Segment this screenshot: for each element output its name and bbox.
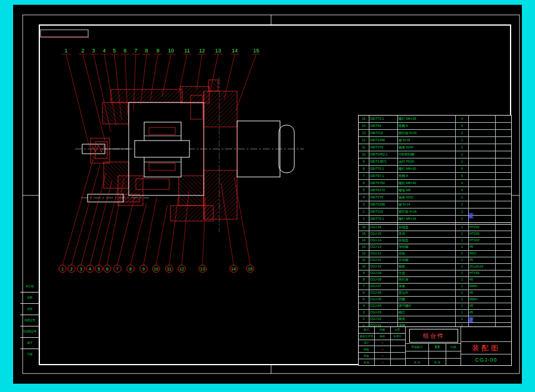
bom-cell: 4: [456, 123, 469, 129]
bom-cell: GB/T70.1: [369, 116, 398, 122]
callout-top-4: 4: [102, 48, 105, 54]
blueprint-stamp-upper: 蓝: [468, 212, 474, 220]
bom-cell: CGJ-11: [369, 257, 398, 263]
bom-cell: 11: [359, 144, 369, 151]
title-block-cell: 标记: [359, 327, 375, 333]
table-row: 8GB/T70.1螺钉 M8×306: [359, 165, 511, 172]
bom-cell: GB/T119: [369, 209, 398, 215]
table-row: 12GB/T1096键 6×181: [359, 136, 511, 144]
bom-cell: [496, 130, 516, 136]
bom-cell: 6: [456, 173, 469, 179]
bom-cell: 键 5×14: [398, 201, 456, 208]
bom-cell: 9: [359, 270, 369, 276]
bom-cell: CGJ-12: [369, 251, 398, 257]
bom-cell: [469, 144, 496, 151]
bom-cell: 65Mn: [469, 297, 496, 303]
callout-bottom-15: 15: [248, 267, 253, 271]
bom-cell: 挡圈: [398, 297, 456, 303]
callout-top-10: 10: [168, 48, 174, 54]
title-block-row: 批准～: [359, 359, 405, 365]
callout-bottom-8: 8: [129, 267, 132, 271]
bom-cell: CGJ-06: [369, 290, 398, 296]
margin-field-label: 旧底图总号: [20, 326, 39, 338]
bom-cell: [469, 201, 496, 208]
title-block-cell: [391, 359, 404, 365]
bom-cell: [496, 316, 516, 322]
bom-cell: 9: [359, 158, 369, 165]
bom-cell: GB/T6170: [369, 187, 398, 194]
bom-cell: [496, 244, 516, 250]
bom-cell: HT200: [469, 231, 496, 237]
bom-cell: 6: [359, 290, 369, 296]
title-block-cell: 校核: [359, 346, 375, 352]
callout-bottom-11: 11: [167, 267, 171, 271]
callout-bottom-4: 4: [89, 267, 91, 271]
bom-cell: 1: [456, 257, 469, 263]
bom-cell: 垫圈 8: [398, 173, 456, 179]
left-margin-fields: 装订线描图描校底图总号旧底图总号签字日期: [20, 281, 39, 360]
bom-cell: 螺母 M8: [398, 187, 456, 194]
bom-cell: [496, 151, 516, 158]
title-block-mid-grid: 阶段标记重量比例共 张第 张: [406, 343, 461, 366]
bom-cell: [496, 264, 516, 270]
pump-assembly-drawing: [75, 77, 304, 232]
bom-cell: [469, 151, 496, 158]
bom-cell: 圆柱销 4×16: [398, 209, 456, 215]
bom-cell: [496, 290, 516, 296]
table-row: 8CGJ-08密封座145: [359, 276, 511, 283]
bom-cell: 2: [456, 216, 469, 222]
bom-cell: 1: [456, 277, 469, 283]
bom-cell: 1: [456, 303, 469, 309]
bom-table-parts: 16CGJ-16后端盖1HT20015CGJ-15泵体1HT20014CGJ-1…: [358, 224, 512, 337]
bom-cell: [469, 123, 496, 129]
title-block-row: 阶段标记重量比例: [406, 344, 461, 351]
bom-cell: O形密封圈: [398, 151, 456, 158]
bom-cell: [469, 194, 496, 201]
callout-top-5: 5: [113, 48, 116, 54]
bom-cell: CGJ-02: [369, 316, 398, 322]
bom-cell: 6: [359, 180, 369, 186]
bom-cell: [496, 137, 516, 144]
table-row: 7GB/T97.1垫圈 86: [359, 172, 511, 179]
bom-cell: HT150: [469, 270, 496, 276]
bom-cell: 4: [456, 180, 469, 186]
table-row: 15GB/T70.1螺钉 M6×254: [359, 116, 511, 122]
title-block-cell: ～: [375, 340, 391, 346]
margin-field-label: 日期: [20, 349, 39, 360]
title-block: 标记处数分区更改文件号签名年月日设计～校核～审核～批准～ 组合件 阶段标记重量比…: [358, 326, 512, 366]
bom-cell: CGJ-13: [369, 244, 398, 250]
bom-cell: 2: [456, 264, 469, 270]
bom-cell: [496, 173, 516, 179]
callout-bottom-12: 12: [179, 267, 184, 271]
bom-cell: 密封座: [398, 277, 456, 283]
title-block-cell: 阶段标记: [406, 344, 429, 351]
bom-cell: 阀座: [398, 316, 456, 322]
bom-cell: 7: [359, 173, 369, 179]
bom-cell: [496, 225, 516, 231]
title-block-cell: 分区: [391, 327, 404, 333]
bom-cell: [469, 166, 496, 172]
bom-cell: [496, 194, 516, 201]
bom-cell: [496, 251, 516, 257]
bom-cell: CGJ-14: [369, 238, 398, 244]
title-block-cell: 共 张: [406, 359, 429, 366]
bom-cell: 45: [469, 244, 496, 250]
title-block-cell: 批准: [359, 359, 375, 365]
title-block-cell: 设计: [359, 340, 375, 346]
title-block-cell: [446, 359, 461, 366]
bom-cell: [496, 216, 516, 222]
callout-top-15: 15: [253, 48, 259, 54]
title-block-row: 更改文件号签名年月日: [359, 334, 405, 340]
table-row: 9CGJ-09压盖1HT150: [359, 270, 511, 276]
bom-cell: GB/T119: [369, 130, 398, 136]
table-row: 12CGJ-12齿轮240Cr: [359, 250, 511, 257]
bom-cell: 4: [456, 116, 469, 122]
bom-cell: CGJ-04: [369, 303, 398, 309]
bom-cell: [496, 257, 516, 263]
title-block-signature-grid: 标记处数分区更改文件号签名年月日设计～校核～审核～批准～: [359, 327, 406, 365]
title-block-row: 共 张第 张: [406, 359, 461, 366]
title-block-cell: [429, 351, 446, 359]
drawing-title: 装配图: [461, 342, 511, 354]
bom-cell: [496, 144, 516, 151]
table-row: 3CGJ-03阀芯145: [359, 309, 511, 316]
